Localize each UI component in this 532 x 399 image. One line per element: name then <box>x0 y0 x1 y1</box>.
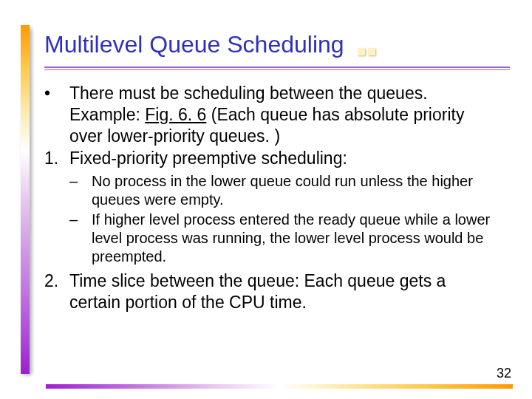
bullet-marker: – <box>69 211 92 266</box>
list-item: – If higher level process entered the re… <box>69 211 495 266</box>
body-content: • There must be scheduling between the q… <box>44 83 495 315</box>
slide-title: Multilevel Queue Scheduling <box>44 31 344 58</box>
bullet-marker: 2. <box>44 270 69 313</box>
title-underline <box>44 66 510 70</box>
title-area: Multilevel Queue Scheduling <box>44 31 502 63</box>
bullet-text: If higher level process entered the read… <box>92 211 495 266</box>
bullet-text: No process in the lower queue could run … <box>92 172 495 209</box>
left-bar <box>21 25 30 374</box>
title-decoration-icon <box>358 45 378 58</box>
page-number: 32 <box>497 366 511 381</box>
bullet-text: There must be scheduling between the que… <box>69 83 495 146</box>
list-item: 1. Fixed-priority preemptive scheduling: <box>44 148 495 169</box>
left-bar-shadow <box>30 30 33 374</box>
list-item: 2. Time slice between the queue: Each qu… <box>44 270 495 313</box>
bullet-text: Time slice between the queue: Each queue… <box>69 270 495 313</box>
list-item: – No process in the lower queue could ru… <box>69 172 495 209</box>
sublist: – No process in the lower queue could ru… <box>69 172 495 266</box>
bullet-marker: – <box>69 172 92 209</box>
list-item: • There must be scheduling between the q… <box>44 83 495 146</box>
bottom-bar <box>46 384 513 389</box>
bullet-text: Fixed-priority preemptive scheduling: <box>69 148 495 169</box>
bullet-marker: 1. <box>44 148 69 169</box>
figure-link[interactable]: Fig. 6. 6 <box>145 105 206 124</box>
bullet-marker: • <box>44 83 69 146</box>
slide: Multilevel Queue Scheduling • There must… <box>0 0 532 399</box>
